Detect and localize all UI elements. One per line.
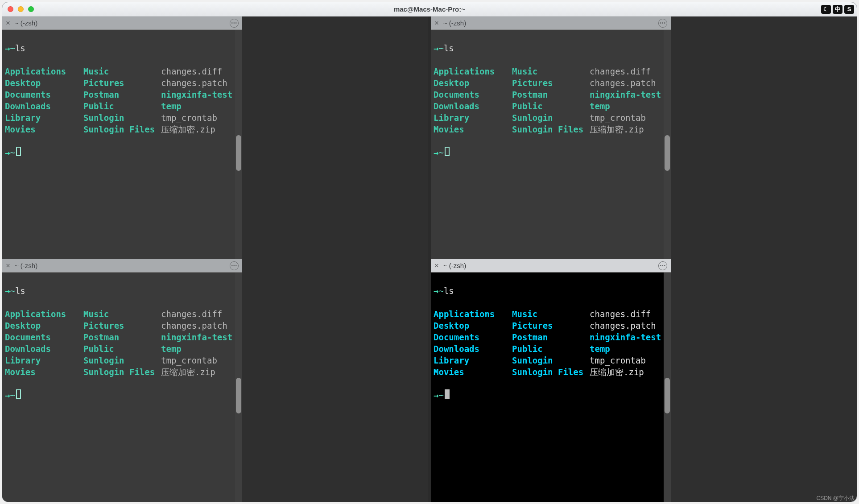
- terminal-body[interactable]: → ~ ls ApplicationsMusicchanges.diffDesk…: [431, 273, 642, 377]
- more-icon[interactable]: •••: [230, 261, 239, 270]
- list-row: MoviesSunlogin Files压缩加密.zip: [434, 366, 642, 377]
- list-row: LibrarySunlogintmp_crontab: [434, 355, 642, 366]
- list-row: DocumentsPostmanningxinfa-test: [5, 89, 232, 100]
- tab-bar[interactable]: × ~ (-zsh) •••: [431, 259, 642, 273]
- dir-entry: Applications: [5, 308, 83, 320]
- dir-entry: Postman: [83, 89, 161, 100]
- file-entry: changes.patch: [590, 77, 642, 89]
- list-row: MoviesSunlogin Files压缩加密.zip: [434, 124, 642, 135]
- dir-entry: Library: [5, 355, 83, 366]
- dir-entry: Sunlogin: [83, 355, 161, 366]
- file-entry: tmp_crontab: [161, 355, 217, 366]
- file-entry: ningxinfa-test: [161, 331, 232, 343]
- file-entry: temp: [590, 343, 610, 355]
- tab-bar[interactable]: × ~ (-zsh) •••: [431, 17, 642, 30]
- list-row: ApplicationsMusicchanges.diff: [5, 308, 232, 320]
- file-entry: changes.patch: [590, 320, 642, 331]
- prompt-arrow-icon: →: [434, 42, 438, 54]
- file-entry: changes.diff: [590, 66, 642, 77]
- file-entry: 压缩加密.zip: [590, 124, 642, 135]
- prompt-arrow-icon: →: [5, 147, 10, 158]
- prompt-command: ls: [444, 42, 454, 54]
- prompt-cwd: ~: [438, 147, 443, 158]
- close-tab-icon[interactable]: ×: [6, 262, 10, 269]
- list-row: DownloadsPublictemp: [434, 343, 642, 355]
- file-entry: changes.patch: [161, 320, 227, 331]
- dir-entry: Desktop: [5, 77, 83, 89]
- terminal-body[interactable]: → ~ ls ApplicationsMusicchanges.diffDesk…: [2, 30, 235, 259]
- tab-bar[interactable]: × ~ (-zsh) •••: [2, 17, 242, 30]
- tab-label[interactable]: ~ (-zsh): [443, 262, 466, 269]
- close-tab-icon[interactable]: ×: [434, 19, 439, 27]
- file-entry: 压缩加密.zip: [590, 366, 642, 377]
- dir-entry: Sunlogin: [512, 112, 590, 124]
- dir-entry: Sunlogin: [512, 355, 590, 366]
- dir-entry: Postman: [83, 331, 161, 343]
- close-icon[interactable]: [8, 6, 13, 12]
- dir-entry: Sunlogin Files: [512, 124, 590, 135]
- prompt-cwd: ~: [10, 42, 15, 54]
- file-entry: tmp_crontab: [590, 355, 642, 366]
- file-entry: ningxinfa-test: [590, 89, 642, 100]
- dir-entry: Library: [434, 112, 512, 124]
- scrollbar[interactable]: [235, 273, 242, 377]
- close-tab-icon[interactable]: ×: [434, 262, 439, 269]
- dir-entry: Documents: [434, 89, 512, 100]
- dir-entry: Movies: [434, 366, 512, 377]
- cursor: [16, 147, 21, 156]
- dir-entry: Sunlogin Files: [83, 124, 161, 135]
- terminal-body[interactable]: → ~ ls ApplicationsMusicchanges.diffDesk…: [2, 273, 235, 377]
- file-entry: changes.diff: [161, 308, 222, 320]
- scrollbar[interactable]: [235, 30, 242, 259]
- dir-entry: Sunlogin Files: [83, 366, 161, 377]
- dir-entry: Music: [83, 308, 161, 320]
- zoom-icon[interactable]: [28, 6, 34, 12]
- list-row: LibrarySunlogintmp_crontab: [5, 112, 232, 124]
- tab-bar[interactable]: × ~ (-zsh) •••: [2, 259, 242, 273]
- dir-entry: Pictures: [512, 77, 590, 89]
- dir-entry: Library: [434, 355, 512, 366]
- dir-entry: Music: [512, 66, 590, 77]
- more-icon[interactable]: •••: [230, 19, 239, 28]
- prompt-cwd: ~: [10, 285, 15, 297]
- prompt-arrow-icon: →: [434, 147, 438, 158]
- dir-entry: Postman: [512, 331, 590, 343]
- dir-entry: Documents: [5, 331, 83, 343]
- dir-entry: Library: [5, 112, 83, 124]
- prompt-command: ls: [15, 42, 25, 54]
- list-row: DesktopPictureschanges.patch: [5, 320, 232, 331]
- file-entry: 压缩加密.zip: [161, 366, 215, 377]
- pane-tr: × ~ (-zsh) ••• → ~ ls ApplicationsMusicc…: [431, 17, 642, 259]
- tab-label[interactable]: ~ (-zsh): [443, 19, 466, 27]
- list-row: DownloadsPublictemp: [5, 343, 232, 355]
- scroll-thumb[interactable]: [236, 135, 241, 171]
- list-row: MoviesSunlogin Files压缩加密.zip: [5, 124, 232, 135]
- list-row: LibrarySunlogintmp_crontab: [5, 355, 232, 366]
- file-entry: changes.patch: [161, 77, 227, 89]
- close-tab-icon[interactable]: ×: [6, 19, 10, 27]
- pane-tl: × ~ (-zsh) ••• → ~ ls ApplicationsMusicc…: [2, 17, 242, 259]
- prompt-arrow-icon: →: [434, 285, 438, 297]
- list-row: ApplicationsMusicchanges.diff: [434, 66, 642, 77]
- dir-entry: Movies: [5, 124, 83, 135]
- file-entry: ningxinfa-test: [590, 331, 642, 343]
- dir-entry: Applications: [434, 308, 512, 320]
- dir-entry: Applications: [5, 66, 83, 77]
- prompt-command: ls: [15, 285, 25, 297]
- terminal-body[interactable]: → ~ ls ApplicationsMusicchanges.diffDesk…: [431, 30, 642, 259]
- file-entry: temp: [161, 100, 182, 112]
- prompt-line: → ~: [434, 147, 642, 158]
- prompt-cwd: ~: [438, 42, 443, 54]
- list-row: DownloadsPublictemp: [5, 100, 232, 112]
- dir-entry: Public: [512, 343, 590, 355]
- list-row: DocumentsPostmanningxinfa-test: [434, 89, 642, 100]
- tab-label[interactable]: ~ (-zsh): [15, 262, 37, 269]
- minimize-icon[interactable]: [18, 6, 24, 12]
- dir-entry: Sunlogin Files: [512, 366, 590, 377]
- dir-entry: Documents: [434, 331, 512, 343]
- titlebar[interactable]: mac@Macs-Mac-Pro:~ ☾ 中 S: [2, 2, 642, 17]
- cursor: [445, 147, 450, 156]
- dir-entry: Desktop: [434, 77, 512, 89]
- tab-label[interactable]: ~ (-zsh): [15, 19, 37, 27]
- dir-entry: Downloads: [434, 100, 512, 112]
